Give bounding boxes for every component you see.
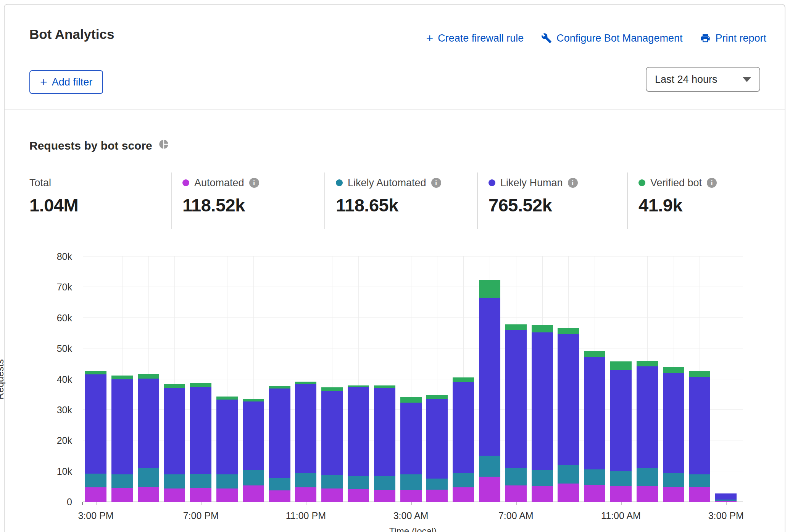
- stat-likely-human: Likely Human i 765.52k: [489, 176, 578, 216]
- bar-4-00-pm[interactable]: [111, 376, 133, 502]
- bar-2-00-pm[interactable]: [689, 371, 710, 502]
- bar-segment-verified-bot: [85, 371, 106, 375]
- bar-segment-automated: [532, 486, 553, 502]
- bar-segment-likely-automated: [532, 470, 553, 486]
- x-tick-label: 7:00 AM: [485, 510, 547, 521]
- bar-segment-verified-bot: [453, 377, 474, 382]
- bar-segment-automated: [138, 487, 159, 502]
- y-tick-label: 50k: [26, 343, 72, 354]
- bar-8-00-am[interactable]: [532, 325, 553, 502]
- x-tick-label: 3:00 PM: [65, 510, 126, 521]
- bar-segment-likely-human: [374, 388, 395, 476]
- bar-segment-likely-human: [584, 357, 605, 469]
- bar-segment-likely-human: [610, 370, 632, 471]
- bar-segment-likely-automated: [558, 465, 579, 484]
- bar-segment-automated: [689, 487, 710, 502]
- bar-10-00-pm[interactable]: [269, 386, 290, 502]
- bar-segment-likely-human: [637, 366, 658, 468]
- stat-automated: Automated i 118.52k: [182, 176, 259, 216]
- info-icon[interactable]: i: [431, 178, 441, 188]
- bar-5-00-am[interactable]: [453, 377, 474, 502]
- info-icon[interactable]: i: [249, 178, 259, 188]
- bar-segment-automated: [663, 487, 684, 502]
- stat-likely-automated-label: Likely Automated: [348, 177, 426, 189]
- gridline-h: [83, 256, 743, 256]
- x-tick: [96, 502, 97, 505]
- bar-segment-likely-automated: [453, 473, 474, 487]
- time-range-select[interactable]: Last 24 hours: [646, 67, 760, 92]
- bar-segment-verified-bot: [610, 361, 632, 370]
- time-range-value: Last 24 hours: [655, 74, 717, 85]
- create-firewall-rule-label: Create firewall rule: [438, 32, 524, 44]
- bar-segment-likely-human: [216, 400, 238, 474]
- stat-divider: [171, 172, 172, 229]
- automated-dot: [182, 179, 189, 186]
- plus-icon: +: [426, 32, 433, 44]
- y-tick-label: 60k: [26, 312, 72, 323]
- bar-5-00-pm[interactable]: [138, 374, 159, 502]
- stat-automated-value: 118.52k: [182, 195, 259, 216]
- bar-segment-verified-bot: [689, 371, 710, 377]
- printer-icon: [700, 33, 711, 44]
- stat-likely-automated-value: 118.65k: [336, 195, 441, 216]
- x-tick-label: 11:00 AM: [590, 510, 651, 521]
- x-tick: [411, 502, 412, 505]
- bar-12-00-pm[interactable]: [637, 361, 658, 502]
- bar-segment-likely-automated: [111, 474, 133, 488]
- bar-6-00-pm[interactable]: [164, 384, 185, 502]
- bar-segment-automated: [426, 490, 448, 502]
- bar-12-00-am[interactable]: [321, 387, 343, 502]
- bar-segment-automated: [85, 487, 106, 502]
- bar-segment-automated: [505, 485, 527, 502]
- add-filter-button[interactable]: + Add filter: [29, 70, 103, 94]
- bar-segment-likely-automated: [85, 474, 106, 487]
- bar-2-00-am[interactable]: [374, 385, 395, 502]
- bar-segment-likely-automated: [479, 456, 500, 477]
- bar-segment-verified-bot: [374, 385, 395, 388]
- info-icon[interactable]: i: [707, 178, 717, 188]
- gridline-h: [83, 318, 743, 318]
- bar-3-00-pm[interactable]: [715, 493, 737, 502]
- bar-segment-likely-automated: [689, 474, 710, 487]
- bar-1-00-pm[interactable]: [663, 367, 684, 502]
- info-icon[interactable]: i: [568, 178, 578, 188]
- bar-segment-likely-human: [453, 382, 474, 474]
- bar-6-00-am[interactable]: [479, 280, 500, 502]
- configure-bot-management-link[interactable]: Configure Bot Management: [541, 32, 682, 44]
- bar-segment-likely-human: [663, 373, 684, 473]
- create-firewall-rule-link[interactable]: + Create firewall rule: [426, 32, 524, 44]
- bar-segment-likely-automated: [269, 478, 290, 491]
- bar-7-00-pm[interactable]: [190, 383, 211, 502]
- print-report-link[interactable]: Print report: [700, 32, 766, 44]
- bar-9-00-am[interactable]: [558, 328, 579, 502]
- bar-10-00-am[interactable]: [584, 351, 605, 502]
- bar-11-00-pm[interactable]: [295, 382, 316, 502]
- bar-8-00-pm[interactable]: [216, 397, 238, 502]
- chevron-down-icon: [743, 77, 751, 82]
- bar-segment-likely-human: [348, 387, 369, 476]
- bar-3-00-pm[interactable]: [85, 371, 106, 502]
- bar-1-00-am[interactable]: [348, 385, 369, 502]
- bar-segment-automated: [321, 488, 343, 502]
- stat-total: Total 1.04M: [29, 176, 78, 216]
- bar-4-00-am[interactable]: [426, 395, 448, 502]
- bar-segment-likely-automated: [400, 474, 422, 490]
- bar-segment-likely-human: [479, 298, 500, 456]
- bar-segment-verified-bot: [111, 376, 133, 379]
- bar-segment-verified-bot: [637, 361, 658, 366]
- bar-segment-likely-automated: [610, 471, 632, 486]
- x-tick: [306, 502, 306, 505]
- bar-segment-likely-automated: [584, 469, 605, 485]
- bar-7-00-am[interactable]: [505, 324, 527, 502]
- bar-segment-verified-bot: [558, 328, 579, 334]
- bar-segment-likely-human: [138, 379, 159, 468]
- gridline-v: [726, 256, 726, 502]
- bar-segment-automated: [190, 488, 211, 502]
- bar-segment-verified-bot: [164, 384, 185, 388]
- bar-3-00-am[interactable]: [400, 397, 422, 502]
- bar-segment-verified-bot: [532, 325, 553, 332]
- bar-9-00-pm[interactable]: [243, 399, 264, 502]
- y-tick-label: 70k: [26, 282, 72, 293]
- bar-11-00-am[interactable]: [610, 361, 632, 502]
- y-tick-label: 0: [26, 497, 72, 508]
